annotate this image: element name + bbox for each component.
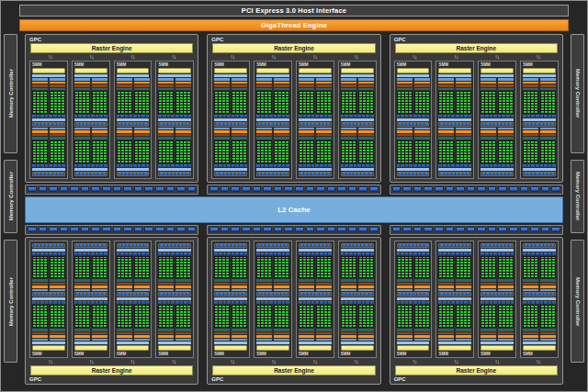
load-store-cell [49,115,52,118]
cuda-core-cell [170,257,173,259]
cuda-core-cell [215,262,218,263]
cuda-core-cell [86,319,89,321]
cuda-core-cell [93,273,96,274]
load-store-sfu-row [256,164,289,167]
cuda-core-grid [74,91,90,114]
cuda-core-cell [485,275,488,277]
cuda-core-cell [226,273,229,274]
warp-scheduler-bar [117,335,132,338]
cuda-core-cell [180,95,183,96]
cuda-core-cell [321,158,323,160]
smm-processing-subblock [256,128,272,163]
register-file-bar [175,137,191,140]
cuda-core-cell [300,97,302,99]
cuda-core-cell [265,306,267,308]
smm-half-block [74,78,107,114]
cuda-core-cell [545,262,548,263]
cuda-core-cell [300,311,302,313]
cuda-core-cell [439,267,442,269]
cuda-core-cell [286,306,288,308]
cuda-core-cell [278,259,281,261]
cuda-core-cell [506,103,509,105]
cuda-core-cell [232,259,235,261]
cuda-core-cell [40,95,43,96]
texture-unit-cell [183,123,186,126]
cuda-core-cell [236,97,239,99]
up-down-arrows-icon: ↑↓ [394,53,435,61]
load-store-cell [125,252,129,255]
cuda-core-grid [274,140,289,163]
instruction-buffer-bar [523,78,538,81]
cuda-core-cell [268,257,271,259]
cuda-core-cell [184,150,187,151]
cuda-core-cell [37,264,40,266]
cuda-core-cell [163,262,165,263]
cuda-core-cell [62,311,64,313]
cuda-core-cell [100,144,103,146]
cuda-core-cell [541,106,544,107]
texture-unit-cell [258,123,261,126]
cuda-core-cell [468,152,470,154]
cuda-core-cell [93,111,96,113]
cuda-core-cell [423,275,425,277]
cuda-core-cell [275,108,277,110]
dispatch-unit-bar [498,84,514,87]
cuda-core-cell [286,106,288,107]
cuda-core-cell [222,150,225,151]
cuda-core-cell [93,267,96,269]
cuda-core-cell [300,322,302,324]
cuda-core-cell [439,155,442,157]
cuda-core-cell [415,264,418,266]
cuda-core-cell [423,259,425,261]
cuda-core-cell [443,311,446,313]
cuda-core-cell [96,314,99,316]
cuda-core-cell [303,147,306,149]
texture-unit-cell [327,123,330,126]
cuda-core-cell [499,158,502,160]
cuda-core-cell [426,264,429,266]
cuda-core-cell [243,275,246,277]
cuda-core-cell [324,308,327,310]
cuda-core-cell [492,97,495,99]
cuda-core-cell [51,306,53,308]
cuda-core-cell [419,152,422,154]
cuda-core-cell [215,306,218,308]
cuda-core-cell [499,308,502,310]
load-store-cell [133,164,137,167]
cuda-core-cell [457,308,459,310]
dispatch-unit-bar [50,134,65,137]
cuda-core-cell [40,161,43,162]
cuda-core-cell [142,273,145,274]
cuda-core-cell [481,275,484,277]
register-file-bar [175,279,191,282]
cuda-core-grid [158,305,174,328]
texture-unit-cell [445,173,447,175]
cuda-core-cell [261,97,264,99]
smm-processing-subblock [74,78,90,114]
cuda-core-cell [232,158,235,160]
cuda-core-cell [506,147,509,149]
cuda-core-grid [456,91,471,114]
load-store-cell [62,115,65,118]
cuda-core-cell [54,158,57,160]
cuda-core-cell [75,257,78,259]
cuda-core-cell [447,308,449,310]
cuda-core-grid [438,140,454,163]
cuda-core-cell [307,108,310,110]
load-store-cell [540,301,544,304]
load-store-cell [83,252,86,255]
cuda-core-cell [268,152,271,154]
load-store-cell [244,115,248,118]
cuda-core-cell [510,95,513,96]
cuda-core-cell [311,275,313,277]
cuda-core-cell [324,314,327,316]
cuda-core-cell [278,108,281,110]
texture-unit-cell [80,173,83,175]
cuda-core-cell [180,147,183,149]
cuda-core-cell [426,319,429,321]
cuda-core-cell [176,322,179,324]
cuda-core-cell [118,317,120,319]
cuda-core-cell [159,152,162,154]
load-store-cell [405,301,409,304]
load-store-cell [158,115,162,118]
